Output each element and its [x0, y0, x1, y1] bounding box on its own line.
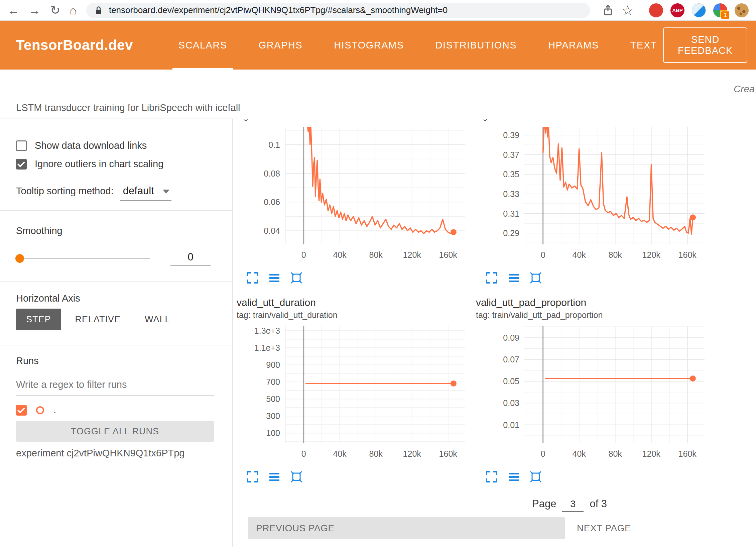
share-icon[interactable]: [602, 4, 614, 17]
ignore-outliers-checkbox[interactable]: [16, 159, 27, 170]
tooltip-sorting-dropdown[interactable]: default: [120, 185, 171, 201]
fit-domain-icon[interactable]: [529, 271, 542, 284]
profile-avatar-icon[interactable]: 1: [713, 3, 727, 17]
svg-text:0.39: 0.39: [503, 130, 519, 140]
axis-step-button[interactable]: STEP: [16, 309, 61, 330]
expand-chart-icon[interactable]: [485, 470, 498, 483]
expand-chart-icon[interactable]: [246, 470, 259, 483]
svg-text:120k: 120k: [642, 449, 661, 458]
svg-text:40k: 40k: [573, 449, 586, 458]
extensions-area: ABP 1: [649, 3, 749, 17]
chart-tag: tag: train/valid_utt_pad_proportion: [474, 310, 710, 322]
charts-area: tag: train/… 0.040.060.080.1040k80k120k1…: [233, 119, 756, 547]
scalar-chart[interactable]: 0.040.060.080.1040k80k120k160k: [235, 123, 469, 269]
chart-tag: tag: train/…: [474, 119, 710, 123]
svg-text:700: 700: [266, 377, 280, 387]
svg-text:0.03: 0.03: [503, 398, 519, 408]
tab-histograms[interactable]: HISTOGRAMS: [328, 21, 410, 70]
log-scale-icon[interactable]: [268, 271, 281, 284]
log-scale-icon[interactable]: [507, 271, 520, 284]
toggle-all-runs-button[interactable]: TOGGLE ALL RUNS: [16, 421, 214, 442]
runs-regex-input[interactable]: [16, 378, 214, 396]
smoothing-slider-thumb[interactable]: [15, 254, 24, 263]
tooltip-sorting-label: Tooltip sorting method:: [16, 186, 114, 197]
svg-text:0.06: 0.06: [264, 197, 280, 207]
axis-relative-button[interactable]: RELATIVE: [65, 309, 131, 330]
tab-distributions[interactable]: DISTRIBUTIONS: [429, 21, 523, 70]
forward-icon[interactable]: →: [29, 4, 41, 16]
scalar-chart[interactable]: 0.010.030.050.070.09040k80k120k160k: [474, 322, 708, 468]
show-download-links-checkbox[interactable]: [16, 140, 27, 151]
svg-text:40k: 40k: [573, 250, 586, 259]
svg-text:0: 0: [301, 449, 306, 458]
previous-page-button[interactable]: PREVIOUS PAGE: [248, 517, 565, 539]
chart-tag: tag: train/…: [235, 119, 471, 123]
extension-pie-icon[interactable]: [692, 3, 706, 17]
page-of-label: of 3: [590, 498, 607, 510]
svg-text:80k: 80k: [609, 250, 622, 259]
log-scale-icon[interactable]: [268, 470, 281, 483]
run-checkbox[interactable]: [16, 405, 27, 416]
back-icon[interactable]: ←: [7, 4, 19, 16]
log-scale-icon[interactable]: [507, 470, 520, 483]
tensorboard-logo: TensorBoard.dev: [16, 37, 133, 53]
svg-text:0.09: 0.09: [503, 333, 519, 342]
url-bar[interactable]: tensorboard.dev/experiment/cj2vtPiwQHKN9…: [86, 3, 590, 18]
svg-text:120k: 120k: [403, 250, 421, 259]
svg-text:80k: 80k: [609, 449, 622, 458]
svg-text:1.1e+3: 1.1e+3: [254, 343, 280, 352]
svg-text:80k: 80k: [369, 250, 383, 259]
svg-text:100: 100: [266, 428, 280, 438]
svg-text:0: 0: [541, 250, 545, 259]
chevron-down-icon: [163, 190, 169, 194]
fit-domain-icon[interactable]: [290, 470, 303, 483]
chart-card: tag: train/… 0.040.060.080.1040k80k120k1…: [235, 119, 471, 297]
divider: [0, 210, 232, 211]
run-color-icon[interactable]: [36, 406, 44, 414]
smoothing-value-input[interactable]: [170, 251, 211, 266]
expand-chart-icon[interactable]: [485, 271, 498, 284]
experiment-id: experiment cj2vtPiwQHKN9Q1tx6PTpg: [0, 448, 232, 459]
send-feedback-button[interactable]: SEND FEEDBACK: [663, 27, 747, 63]
scalar-chart[interactable]: 0.290.310.330.350.370.39040k80k120k160k: [474, 123, 708, 269]
tab-scalars[interactable]: SCALARS: [172, 21, 233, 70]
svg-text:0.07: 0.07: [503, 355, 519, 364]
svg-text:0.01: 0.01: [503, 420, 519, 430]
home-icon[interactable]: ⌂: [70, 4, 77, 16]
axis-wall-button[interactable]: WALL: [135, 309, 180, 330]
next-page-button[interactable]: NEXT PAGE: [577, 523, 631, 534]
tab-graphs[interactable]: GRAPHS: [253, 21, 308, 70]
divider: [0, 281, 232, 282]
tab-text[interactable]: TEXT: [624, 21, 663, 70]
svg-text:0.05: 0.05: [503, 376, 519, 386]
smoothing-slider[interactable]: [16, 258, 150, 259]
svg-text:160k: 160k: [678, 250, 697, 259]
reload-icon[interactable]: ↻: [50, 4, 60, 16]
chart-card: tag: train/… 0.290.310.330.350.370.39040…: [474, 119, 710, 297]
experiment-subheader: Crea LSTM transducer training for LibriS…: [0, 70, 756, 118]
svg-text:0.33: 0.33: [503, 189, 519, 199]
fit-domain-icon[interactable]: [290, 271, 303, 284]
bookmark-star-icon[interactable]: ☆: [622, 4, 634, 17]
chart-card: valid_utt_duration tag: train/valid_utt_…: [235, 297, 471, 496]
chart-tag: tag: train/valid_utt_duration: [235, 310, 471, 322]
svg-text:0.29: 0.29: [503, 228, 519, 238]
abp-icon[interactable]: ABP: [670, 3, 684, 17]
cookie-icon[interactable]: [735, 3, 749, 17]
chart-card: valid_utt_pad_proportion tag: train/vali…: [474, 297, 710, 496]
svg-text:0.04: 0.04: [264, 226, 280, 235]
svg-text:40k: 40k: [333, 250, 347, 259]
svg-text:80k: 80k: [369, 449, 383, 458]
adblock-icon[interactable]: [649, 3, 663, 17]
svg-text:300: 300: [266, 411, 280, 421]
fit-domain-icon[interactable]: [529, 470, 542, 483]
expand-chart-icon[interactable]: [246, 271, 259, 284]
svg-text:0: 0: [541, 449, 545, 458]
svg-text:40k: 40k: [333, 449, 347, 458]
extension-badge: 1: [721, 11, 730, 19]
svg-text:0.37: 0.37: [503, 150, 519, 159]
page-number-input[interactable]: [562, 499, 584, 512]
svg-text:160k: 160k: [439, 250, 458, 259]
scalar-chart[interactable]: 1003005007009001.1e+31.3e+3040k80k120k16…: [235, 322, 469, 468]
tab-hparams[interactable]: HPARAMS: [542, 21, 605, 70]
